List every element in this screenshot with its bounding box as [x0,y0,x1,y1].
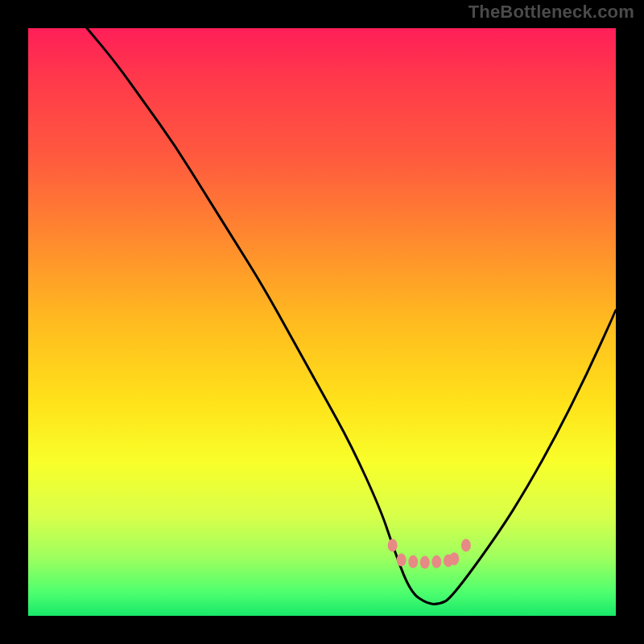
marker-dot [461,539,471,551]
curve-line [87,28,616,604]
plot-svg [28,28,616,616]
marker-dot [408,555,418,568]
chart-frame: TheBottleneck.com [0,0,644,644]
flat-region-markers [388,539,471,568]
marker-dot [431,555,441,568]
marker-dot [388,539,398,551]
marker-dot [420,556,430,569]
attribution-label: TheBottleneck.com [469,2,634,23]
plot-outer [28,28,616,616]
marker-dot [397,554,407,567]
marker-dot [449,552,459,565]
